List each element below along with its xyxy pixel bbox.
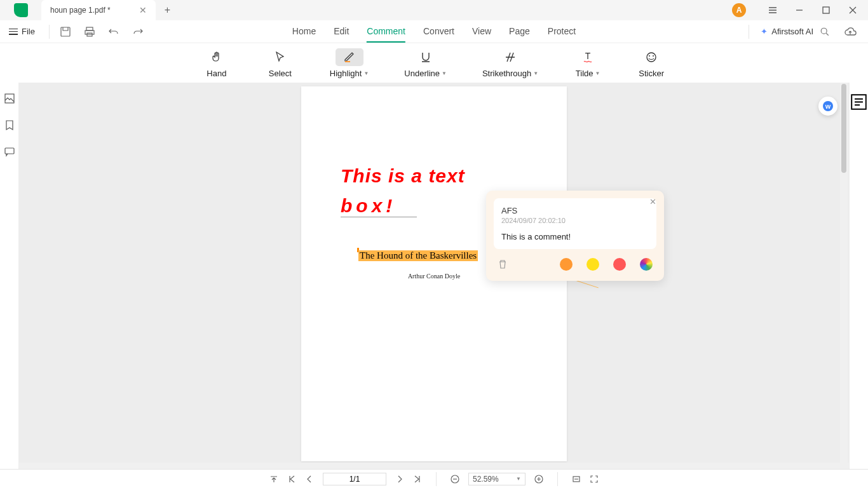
cloud-upload-icon[interactable] [844, 27, 857, 36]
tool-underline[interactable]: Underline▼ [398, 46, 453, 81]
chevron-down-icon: ▼ [516, 476, 521, 482]
menu-edit[interactable]: Edit [334, 21, 349, 43]
bookmark-icon[interactable] [4, 119, 15, 131]
svg-point-7 [647, 53, 656, 62]
ai-button[interactable]: ✦ Afirstsoft AI [761, 27, 813, 36]
svg-rect-10 [5, 94, 14, 103]
textbox-line1: This is a text [341, 161, 465, 191]
thumbnails-icon[interactable] [4, 93, 15, 104]
titlebar: houn page 1.pdf * ✕ + A [0, 0, 868, 20]
page-input[interactable] [323, 473, 386, 485]
menu-comment[interactable]: Comment [367, 21, 405, 43]
chevron-down-icon: ▼ [442, 71, 447, 76]
comment-popup: ✕ AFS 2024/09/07 20:02:10 This is a comm… [486, 191, 664, 281]
document-tab[interactable]: houn page 1.pdf * ✕ [41, 0, 156, 20]
comment-card[interactable]: AFS 2024/09/07 20:02:10 This is a commen… [494, 198, 656, 249]
print-icon[interactable] [84, 26, 95, 37]
tab-close-icon[interactable]: ✕ [139, 5, 147, 15]
maximize-icon[interactable] [813, 0, 839, 20]
next-page-icon[interactable] [395, 475, 404, 484]
file-row: File HomeEditCommentConvertViewPageProte… [0, 20, 868, 43]
search-icon[interactable] [820, 27, 830, 37]
right-rail [849, 83, 868, 469]
minimize-icon[interactable] [787, 0, 812, 20]
sticker-icon [645, 51, 658, 64]
fit-page-icon[interactable] [590, 475, 599, 484]
first-page-icon[interactable] [287, 475, 296, 484]
comment-author: AFS [501, 206, 649, 215]
menu-view[interactable]: View [472, 21, 491, 43]
hand-icon [210, 51, 223, 64]
undo-icon[interactable] [108, 26, 119, 37]
vertical-scrollbar[interactable] [840, 83, 848, 469]
comment-body: This is a comment! [501, 232, 649, 241]
fit-width-icon[interactable] [572, 475, 581, 484]
divider [436, 472, 437, 486]
tool-highlight[interactable]: Highlight▼ [323, 46, 376, 81]
comments-panel-icon[interactable] [4, 146, 15, 158]
cursor-icon [274, 51, 287, 64]
properties-icon[interactable] [850, 93, 868, 111]
canvas[interactable]: This is a text box! The Hound of the Bas… [19, 83, 849, 469]
left-rail [0, 83, 19, 469]
menu-home[interactable]: Home [292, 21, 316, 43]
menu-protect[interactable]: Protect [548, 21, 576, 43]
prev-page-icon[interactable] [305, 475, 314, 484]
divider [557, 472, 558, 486]
svg-point-5 [821, 28, 827, 34]
tool-hand[interactable]: Hand [196, 46, 237, 81]
tool-strikethrough[interactable]: Strikethrough▼ [476, 46, 545, 81]
text-annotation[interactable]: This is a text box! [341, 161, 465, 220]
redo-icon[interactable] [132, 26, 144, 37]
comment-toolbar: HandSelectHighlight▼Underline▼Strikethro… [0, 43, 868, 83]
horizontal-scrollbar[interactable] [19, 463, 849, 469]
hamburger-icon [9, 29, 18, 35]
svg-rect-11 [5, 148, 14, 154]
chevron-down-icon: ▼ [363, 71, 369, 76]
comment-color-row [494, 249, 656, 273]
tab-title: houn page 1.pdf * [50, 6, 111, 15]
color-swatch-orange[interactable] [560, 258, 573, 271]
highlight-icon [343, 51, 356, 64]
user-avatar[interactable]: A [732, 3, 746, 17]
new-tab-button[interactable]: + [156, 4, 179, 16]
tool-select[interactable]: Select [260, 46, 301, 81]
zoom-value: 52.59% [473, 475, 499, 484]
save-icon[interactable] [60, 26, 71, 37]
zoom-in-icon[interactable] [534, 475, 543, 484]
tool-sticker[interactable]: Sticker [631, 46, 672, 81]
svg-text:W: W [825, 104, 831, 110]
menu-convert[interactable]: Convert [423, 21, 454, 43]
chevron-down-icon: ▼ [533, 71, 538, 76]
underline-icon [419, 51, 432, 64]
ai-label-text: Afirstsoft AI [771, 27, 813, 36]
zoom-out-icon[interactable] [451, 475, 459, 484]
workspace: This is a text box! The Hound of the Bas… [0, 83, 868, 469]
status-bar: 52.59% ▼ [0, 469, 868, 488]
app-menu-icon[interactable] [760, 0, 785, 20]
color-swatch-yellow[interactable] [587, 258, 599, 271]
app-logo[interactable] [0, 3, 41, 17]
zoom-select[interactable]: 52.59% ▼ [468, 473, 526, 485]
svg-text:T: T [585, 51, 591, 61]
translate-button[interactable]: W [818, 97, 837, 116]
svg-point-8 [649, 55, 650, 57]
delete-icon[interactable] [498, 259, 508, 269]
svg-rect-3 [85, 30, 94, 34]
strikethrough-icon [504, 51, 517, 64]
file-menu[interactable]: File [0, 27, 44, 36]
close-icon[interactable] [840, 0, 865, 20]
color-picker-icon[interactable] [640, 258, 653, 271]
menu-page[interactable]: Page [509, 21, 530, 43]
last-page-icon[interactable] [413, 475, 422, 484]
chevron-down-icon: ▼ [595, 71, 600, 76]
svg-rect-0 [823, 7, 829, 13]
divider [749, 25, 749, 39]
document-title-highlighted[interactable]: The Hound of the Baskervilles [358, 250, 478, 261]
sparkle-icon: ✦ [761, 27, 768, 36]
divider [49, 25, 50, 39]
scroll-top-icon[interactable] [269, 475, 278, 484]
color-swatch-red[interactable] [613, 258, 626, 271]
close-icon[interactable]: ✕ [649, 197, 656, 207]
tool-tilde[interactable]: TTilde▼ [567, 46, 608, 81]
